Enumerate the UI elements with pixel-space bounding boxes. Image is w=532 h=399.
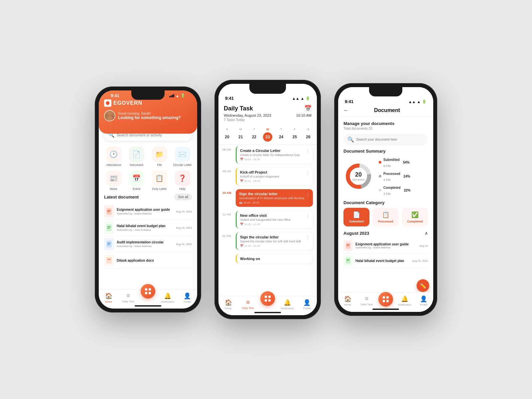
nav-profile[interactable]: 👤 Profile: [178, 292, 197, 303]
status-icons-doc: ▲▲ ▲ 🔋: [408, 99, 427, 104]
task-card-5[interactable]: Sign the circular letter Signed the circ…: [236, 232, 313, 250]
profile-nav-icon-doc: 👤: [420, 295, 427, 303]
task-card-6[interactable]: Working on: [236, 254, 313, 263]
nav-notif-doc[interactable]: 🔔 Notification: [395, 295, 414, 307]
day-name-6: S: [307, 128, 309, 131]
svg-rect-27: [346, 245, 349, 246]
fab-center-doc[interactable]: [378, 292, 393, 307]
task-more-2[interactable]: ⋮: [306, 170, 310, 176]
svg-rect-12: [107, 259, 111, 260]
cat-completed[interactable]: ✅ Completed: [402, 208, 428, 226]
see-all-button[interactable]: See all: [174, 194, 192, 200]
task-block-2[interactable]: Kick-off Project Kickoff of a project es…: [236, 168, 313, 187]
task-time-2: 📅 08:31 - 08:09: [240, 180, 310, 183]
day-name-3: W: [266, 128, 269, 131]
p3-doc-item-2[interactable]: Halal bihalal event budget plan Aug 23, …: [343, 253, 428, 268]
doc-name-4: Ditask application docs: [117, 259, 192, 262]
doc-icon-2: [104, 222, 114, 234]
nav-home[interactable]: 🏠 Home: [99, 292, 118, 303]
nav-notif-task[interactable]: 🔔 Notification: [278, 299, 297, 310]
doc-search-input[interactable]: [356, 138, 424, 141]
profile-nav-icon-task: 👤: [303, 299, 311, 306]
task-date: Wednesday, August 23, 2023: [224, 113, 271, 117]
calendar-day-1[interactable]: M 21: [236, 128, 245, 142]
nav-task-task[interactable]: ≡ Daily Task: [238, 299, 258, 310]
app-name: EGOVERN: [113, 100, 142, 106]
menu-news[interactable]: 📰 News: [104, 171, 123, 191]
calendar-day-4[interactable]: T 24: [277, 128, 286, 142]
calendar-day-3[interactable]: W 23: [263, 128, 272, 142]
task-more-4[interactable]: ⋮: [306, 213, 310, 219]
day-name-2: T: [253, 128, 255, 131]
cat-processed[interactable]: 📋 Processed: [373, 208, 399, 226]
nav-fab-doc[interactable]: [376, 295, 395, 307]
status-icons-home: ▲ 🔋: [169, 93, 185, 98]
document-label: Document: [130, 163, 143, 167]
menu-attendance[interactable]: 🕐 Attendance: [104, 147, 123, 167]
fab-button-doc[interactable]: ✏️: [417, 279, 429, 292]
home-indicator-doc: [372, 309, 399, 310]
phone-daily-task: 9:41 ▲▲ ▲ 🔋 Daily Task 📅 Wednesday, Augu…: [214, 80, 321, 319]
calendar-icon[interactable]: 📅: [304, 105, 312, 112]
fab-button-task[interactable]: [260, 291, 275, 306]
task-name-4: New office visit: [240, 213, 310, 217]
greeting-text: Good morning, Sarah! Looking for somethi…: [118, 112, 181, 120]
menu-event[interactable]: 📅 Event: [127, 171, 146, 191]
doc-item-4[interactable]: Ditask application docs: [104, 252, 192, 269]
latest-header: Latest document See all: [104, 194, 192, 200]
task-block-4[interactable]: New office visit Visited and inaugurated…: [236, 211, 313, 230]
p3-doc-date-1: Aug 23: [420, 244, 428, 247]
collapse-icon[interactable]: ∧: [425, 230, 428, 236]
nav-notification[interactable]: 🔔 Notification: [158, 292, 178, 303]
task-block-6[interactable]: Working on: [236, 254, 313, 265]
task-more-3[interactable]: ⋮: [306, 192, 310, 197]
task-content: 9:41 ▲▲ ▲ 🔋 Daily Task 📅 Wednesday, Augu…: [218, 84, 317, 315]
nav-fab-home[interactable]: [138, 292, 158, 303]
calendar-day-5[interactable]: F 25: [290, 128, 299, 142]
calendar-day-2[interactable]: T 22: [249, 128, 259, 142]
notch-doc: [369, 87, 402, 96]
task-card-4[interactable]: New office visit Visited and inaugurated…: [236, 211, 313, 228]
task-more-5[interactable]: ⋮: [306, 235, 310, 240]
cat-label-processed: Processed: [378, 220, 393, 223]
day-name-4: T: [280, 128, 282, 131]
day-num-5: 25: [290, 132, 299, 142]
p3-doc-name-1: Esignment application user guide: [355, 242, 417, 246]
nav-home-task[interactable]: 🏠 Home: [218, 299, 238, 310]
doc-name-3: Audit implementation circular: [117, 240, 173, 244]
wifi-doc-icon: ▲: [417, 100, 421, 104]
doc-search-bar[interactable]: 🔍: [343, 134, 428, 145]
nav-home-doc[interactable]: 🏠 Home: [338, 295, 357, 307]
nav-profile-task[interactable]: 👤 Profile: [297, 299, 317, 310]
menu-file[interactable]: 📁 File: [150, 147, 169, 167]
svg-rect-14: [149, 288, 151, 291]
task-card-active[interactable]: Sign the circular letter Socialization o…: [236, 189, 313, 207]
nav-fab-task[interactable]: [258, 299, 277, 310]
calendar-day-6[interactable]: S 26: [304, 128, 313, 142]
task-block-3[interactable]: Sign the circular letter Socialization o…: [236, 189, 313, 208]
task-card-2[interactable]: Kick-off Project Kickoff of a project es…: [236, 168, 313, 185]
menu-help[interactable]: ❓ Help: [173, 171, 192, 191]
week-calendar[interactable]: S 20 M 21 T 22 W 23: [218, 125, 317, 145]
doc-item-3[interactable]: Audit implementation circular Submitted …: [104, 236, 192, 252]
calendar-day-0[interactable]: S 20: [222, 128, 232, 142]
doc-info-4: Ditask application docs: [117, 259, 192, 262]
task-block-1[interactable]: Create a Circular Letter Create a circul…: [236, 146, 313, 165]
menu-document[interactable]: 📄 Document: [127, 147, 146, 167]
p3-doc-item-1[interactable]: Esignment application user guide Submitt…: [343, 238, 428, 253]
task-block-5[interactable]: Sign the circular letter Signed the circ…: [236, 232, 313, 251]
back-button[interactable]: ←: [343, 107, 349, 113]
menu-duty-letter[interactable]: 📋 Duty Letter: [150, 171, 169, 191]
fab-button-home[interactable]: [141, 284, 155, 299]
doc-item-1[interactable]: Esignment application user guide Submitt…: [104, 203, 192, 220]
task-more-1[interactable]: ⋮: [306, 149, 310, 154]
home-nav-icon-task: 🏠: [225, 299, 232, 306]
task-card-1[interactable]: Create a Circular Letter Create a circul…: [236, 146, 313, 164]
nav-task-doc[interactable]: ≡ Daily Task: [357, 295, 376, 307]
nav-daily-task[interactable]: ≡ Daily Task: [118, 292, 138, 303]
notification-nav-label: Notification: [161, 300, 174, 303]
cat-submitted[interactable]: 📄 Submitted: [343, 208, 369, 226]
menu-circular-letter[interactable]: ✉️ Circular Letter: [173, 147, 192, 167]
doc-item-2[interactable]: Halal bihalal event budget plan Submitte…: [104, 220, 192, 236]
nav-profile-doc[interactable]: 👤 Profile: [414, 295, 433, 307]
